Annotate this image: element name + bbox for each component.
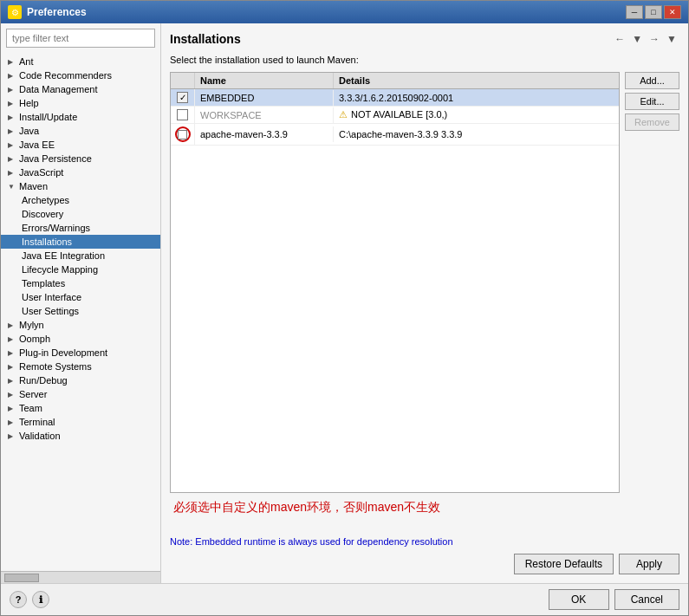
checkbox-embedded[interactable]: ✓ <box>177 92 188 103</box>
restore-defaults-button[interactable]: Restore Defaults <box>514 554 614 574</box>
apply-button[interactable]: Apply <box>619 554 679 574</box>
sidebar-item-oomph[interactable]: ▶ Oomph <box>1 332 160 346</box>
window-title: Preferences <box>27 6 87 18</box>
warning-icon: ⚠ <box>339 109 348 120</box>
checkbox-workspace[interactable] <box>177 109 188 120</box>
add-button[interactable]: Add... <box>625 72 679 89</box>
sidebar-item-label: JavaScript <box>19 167 63 178</box>
sidebar-item-user-interface[interactable]: User Interface <box>1 290 160 304</box>
sidebar-item-remote-systems[interactable]: ▶ Remote Systems <box>1 360 160 373</box>
expand-arrow: ▶ <box>8 169 16 177</box>
chinese-note: 必须选中自定义的maven环境，否则maven不生效 <box>170 493 620 522</box>
panel-title: Installations <box>170 32 241 46</box>
circle-highlight <box>175 126 191 142</box>
sidebar-item-maven[interactable]: ▼ Maven <box>1 179 160 193</box>
close-button[interactable]: ✕ <box>664 5 681 19</box>
sidebar-item-label: Java EE <box>19 139 55 150</box>
row-details-workspace: ⚠NOT AVAILABLE [3.0,) <box>334 107 619 123</box>
sidebar-item-plugin-development[interactable]: ▶ Plug-in Development <box>1 346 160 360</box>
sidebar-item-errors-warnings[interactable]: Errors/Warnings <box>1 221 160 235</box>
sidebar-item-label: Help <box>19 98 39 108</box>
nav-dropdown2[interactable]: ▼ <box>664 32 679 46</box>
row-name-workspace: WORKSPACE <box>195 107 334 123</box>
sidebar-item-label: Mylyn <box>19 320 44 330</box>
title-bar-left: ⚙ Preferences <box>8 5 87 19</box>
sidebar-item-validation[interactable]: ▶ Validation <box>1 429 160 443</box>
sidebar-item-install-update[interactable]: ▶ Install/Update <box>1 110 160 124</box>
expand-arrow: ▶ <box>8 418 16 426</box>
row-name-apache-maven: apache-maven-3.3.9 <box>195 126 334 142</box>
sidebar-item-mylyn[interactable]: ▶ Mylyn <box>1 318 160 332</box>
sidebar-item-data-management[interactable]: ▶ Data Management <box>1 82 160 96</box>
row-checkbox[interactable] <box>171 124 195 145</box>
sidebar-item-java[interactable]: ▶ Java <box>1 124 160 138</box>
installations-area: Name Details ✓ EMBEDDED 3.3.3/1.6.2.2015… <box>170 72 679 522</box>
search-input[interactable] <box>6 29 155 48</box>
sidebar-item-label: Installations <box>22 237 72 247</box>
title-buttons: ─ □ ✕ <box>626 5 681 19</box>
sidebar-item-label: Install/Update <box>19 112 77 122</box>
minimize-button[interactable]: ─ <box>626 5 643 19</box>
maximize-button[interactable]: □ <box>645 5 662 19</box>
checkbox-apache-maven[interactable] <box>178 130 187 139</box>
note-text: Note: Embedded runtime is always used fo… <box>170 533 679 550</box>
sidebar-item-help[interactable]: ▶ Help <box>1 96 160 110</box>
table-row[interactable]: apache-maven-3.3.9 C:\apache-maven-3.3.9… <box>171 124 619 146</box>
help-button[interactable]: ? <box>10 591 27 608</box>
sidebar-item-label: Server <box>19 389 47 399</box>
sidebar-item-label: Oomph <box>19 334 50 344</box>
sidebar-item-label: Code Recommenders <box>19 70 112 81</box>
sidebar-item-run-debug[interactable]: ▶ Run/Debug <box>1 373 160 387</box>
sidebar-item-terminal[interactable]: ▶ Terminal <box>1 415 160 429</box>
expand-arrow: ▶ <box>8 127 16 135</box>
row-details-embedded: 3.3.3/1.6.2.20150902-0001 <box>334 90 619 106</box>
sidebar-item-server[interactable]: ▶ Server <box>1 387 160 401</box>
sidebar-item-java-ee-integration[interactable]: Java EE Integration <box>1 249 160 263</box>
expand-arrow: ▶ <box>8 349 16 357</box>
nav-dropdown[interactable]: ▼ <box>629 32 645 46</box>
title-bar: ⚙ Preferences ─ □ ✕ <box>1 1 688 23</box>
right-panel: Installations ← ▼ → ▼ Select the install… <box>161 23 688 583</box>
sidebar-item-label: User Interface <box>22 292 81 302</box>
table-row[interactable]: ✓ EMBEDDED 3.3.3/1.6.2.20150902-0001 <box>171 89 619 107</box>
sidebar-item-discovery[interactable]: Discovery <box>1 207 160 221</box>
side-buttons: Add... Edit... Remove <box>625 72 679 522</box>
header-check <box>171 73 195 88</box>
sidebar-item-team[interactable]: ▶ Team <box>1 401 160 415</box>
sidebar-item-label: Java EE Integration <box>22 250 105 261</box>
sidebar-item-label: Data Management <box>19 84 98 94</box>
info-button[interactable]: ℹ <box>32 591 49 608</box>
table-row[interactable]: WORKSPACE ⚠NOT AVAILABLE [3.0,) <box>171 107 619 124</box>
ok-button[interactable]: OK <box>549 589 609 610</box>
sidebar-item-lifecycle-mapping[interactable]: Lifecycle Mapping <box>1 263 160 276</box>
sidebar-item-java-persistence[interactable]: ▶ Java Persistence <box>1 152 160 165</box>
content-area: ▶ Ant ▶ Code Recommenders ▶ Data Managem… <box>1 23 688 583</box>
cancel-button[interactable]: Cancel <box>614 589 679 610</box>
row-checkbox[interactable] <box>171 107 195 123</box>
expand-arrow: ▶ <box>8 377 16 385</box>
expand-arrow: ▶ <box>8 335 16 343</box>
sidebar-item-label: Validation <box>19 431 61 441</box>
sidebar-item-installations[interactable]: Installations <box>1 235 160 249</box>
sidebar-item-label: Lifecycle Mapping <box>22 264 98 275</box>
sidebar-item-templates[interactable]: Templates <box>1 276 160 290</box>
sidebar-item-label: Remote Systems <box>19 361 92 372</box>
sidebar-item-javascript[interactable]: ▶ JavaScript <box>1 165 160 179</box>
horizontal-scrollbar[interactable] <box>1 571 160 583</box>
sidebar-item-label: User Settings <box>22 306 79 316</box>
forward-arrow[interactable]: → <box>647 32 662 46</box>
expand-arrow: ▶ <box>8 113 16 121</box>
expand-arrow: ▶ <box>8 86 16 94</box>
back-arrow[interactable]: ← <box>612 32 627 46</box>
scrollbar-thumb[interactable] <box>4 574 39 582</box>
sidebar-item-archetypes[interactable]: Archetypes <box>1 193 160 207</box>
nav-toolbar: ← ▼ → ▼ <box>612 32 679 46</box>
edit-button[interactable]: Edit... <box>625 93 679 110</box>
sidebar-item-user-settings[interactable]: User Settings <box>1 304 160 318</box>
sidebar-item-code-recommenders[interactable]: ▶ Code Recommenders <box>1 68 160 82</box>
sidebar-item-ant[interactable]: ▶ Ant <box>1 55 160 68</box>
sidebar-item-label: Run/Debug <box>19 375 68 386</box>
row-checkbox[interactable]: ✓ <box>171 89 195 106</box>
remove-button[interactable]: Remove <box>625 113 679 131</box>
sidebar-item-java-ee[interactable]: ▶ Java EE <box>1 138 160 152</box>
